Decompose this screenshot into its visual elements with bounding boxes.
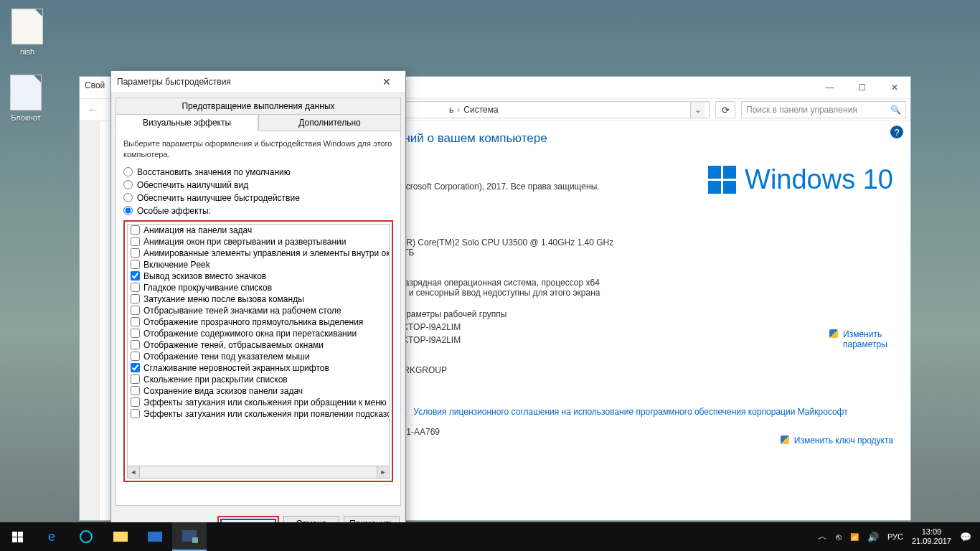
start-button[interactable]	[0, 522, 34, 551]
effect-label: Скольжение при раскрытии списков	[143, 375, 288, 385]
desktop-icon-notepad[interactable]: Блокнот	[10, 75, 42, 122]
radio-option-1[interactable]: Обеспечить наилучший вид	[123, 180, 393, 190]
windows-flag-icon	[708, 166, 736, 194]
effect-checkbox[interactable]	[131, 317, 140, 326]
nav-back-button[interactable]: ←	[84, 100, 103, 119]
taskbar-app-1[interactable]	[69, 522, 103, 551]
search-placeholder: Поиск в панели управления	[746, 105, 857, 115]
taskbar-edge[interactable]: e	[34, 522, 69, 551]
taskbar-app-2[interactable]	[138, 522, 172, 551]
effect-checkbox[interactable]	[131, 306, 140, 315]
taskbar-system-properties[interactable]	[172, 522, 207, 551]
effects-highlight-box: Анимация на панели задачАнимация окон пр…	[123, 220, 393, 482]
effect-row-12[interactable]: Сглаживание неровностей экранных шрифтов	[128, 362, 389, 374]
tab-advanced[interactable]: Дополнительно	[258, 114, 401, 131]
effect-row-1[interactable]: Анимация окон при свертывании и разверты…	[128, 236, 389, 248]
arch-value: -разрядная операционная система, процесс…	[397, 278, 893, 288]
tray-network-icon[interactable]: 📶	[850, 533, 859, 541]
ram-value: 0 ГБ	[397, 248, 893, 258]
license-terms-link[interactable]: Условия лицензионного соглашения на испо…	[413, 407, 847, 417]
radio-option-3[interactable]: Особые эффекты:	[123, 206, 393, 216]
effect-row-13[interactable]: Скольжение при раскрытии списков	[128, 374, 389, 385]
effect-label: Сохранение вида эскизов панели задач	[143, 386, 303, 396]
effect-row-14[interactable]: Сохранение вида эскизов панели задач	[128, 385, 389, 397]
effect-checkbox[interactable]	[131, 386, 140, 395]
windows-logo: Windows 10	[708, 164, 893, 195]
effect-checkbox[interactable]	[131, 375, 140, 384]
radio-label: Особые эффекты:	[137, 206, 211, 216]
effect-label: Отображение прозрачного прямоугольника в…	[143, 317, 363, 327]
effect-checkbox[interactable]	[131, 363, 140, 372]
breadcrumb-part[interactable]: ь	[449, 105, 453, 115]
breadcrumb-system[interactable]: Система	[463, 105, 498, 115]
effect-checkbox[interactable]	[131, 294, 140, 303]
effect-checkbox[interactable]	[131, 352, 140, 361]
effect-row-7[interactable]: Отбрасывание теней значками на рабочем с…	[128, 305, 389, 316]
help-icon[interactable]: ?	[890, 126, 903, 138]
workgroup-value: ORKGROUP	[397, 365, 893, 375]
maximize-button[interactable]: ☐	[846, 77, 878, 98]
scroll-right-button[interactable]: ►	[377, 466, 389, 478]
effect-row-11[interactable]: Отображение тени под указателем мыши	[128, 351, 389, 362]
effects-list[interactable]: Анимация на панели задачАнимация окон пр…	[127, 224, 390, 466]
tray-volume-icon[interactable]: 🔊	[867, 532, 879, 542]
change-settings-link[interactable]: Изменить параметры	[829, 329, 893, 349]
horizontal-scrollbar[interactable]: ◄ ►	[127, 466, 390, 479]
action-center-icon[interactable]: 💬	[960, 532, 971, 542]
radio-option-0[interactable]: Восстановить значения по умолчанию	[123, 167, 393, 177]
effect-row-8[interactable]: Отображение прозрачного прямоугольника в…	[128, 316, 389, 328]
refresh-button[interactable]: ⟳	[715, 101, 735, 118]
effect-row-9[interactable]: Отображение содержимого окна при перетас…	[128, 328, 389, 339]
effect-label: Эффекты затухания или скольжения при обр…	[143, 397, 387, 408]
tray-power-icon[interactable]: ⎋	[836, 532, 842, 542]
tab-visual-effects[interactable]: Визуальные эффекты	[116, 114, 258, 131]
effect-checkbox[interactable]	[131, 225, 140, 235]
touch-value: ро и сенсорный ввод недоступны для этого…	[397, 288, 893, 298]
desktop-icon-nish[interactable]: nish	[11, 9, 43, 56]
tab-dep[interactable]: Предотвращение выполнения данных	[116, 98, 401, 114]
tray-chevron-up-icon[interactable]: ︿	[818, 530, 827, 543]
effect-row-3[interactable]: Включение Peek	[128, 259, 389, 270]
change-product-key-link[interactable]: Изменить ключ продукта	[781, 435, 893, 446]
taskbar-clock[interactable]: 13:09 21.09.2017	[912, 527, 951, 545]
radio-input[interactable]	[123, 193, 133, 202]
performance-options-dialog: Параметры быстродействия ✕ Предотвращени…	[110, 70, 406, 544]
effect-label: Включение Peek	[143, 260, 210, 270]
radio-input[interactable]	[123, 206, 133, 215]
radio-input[interactable]	[123, 167, 133, 176]
dialog-titlebar[interactable]: Параметры быстродействия ✕	[111, 71, 405, 93]
effect-checkbox[interactable]	[131, 237, 140, 246]
scroll-left-button[interactable]: ◄	[128, 466, 140, 478]
effect-checkbox[interactable]	[131, 271, 140, 281]
effect-checkbox[interactable]	[131, 397, 140, 407]
effect-row-4[interactable]: Вывод эскизов вместо значков	[128, 270, 389, 282]
search-input[interactable]: Поиск в панели управления 🔍	[741, 101, 906, 118]
effect-row-6[interactable]: Затухание меню после вызова команды	[128, 293, 389, 305]
effect-checkbox[interactable]	[131, 340, 140, 349]
effect-row-15[interactable]: Эффекты затухания или скольжения при обр…	[128, 397, 389, 408]
effect-checkbox[interactable]	[131, 248, 140, 258]
minimize-button[interactable]: —	[814, 77, 846, 98]
effect-row-2[interactable]: Анимированные элементы управления и элем…	[128, 248, 389, 259]
effect-checkbox[interactable]	[131, 283, 140, 292]
sidebar	[80, 121, 100, 520]
system-tray: ︿ ⎋ 📶 🔊 РУС 13:09 21.09.2017 💬	[809, 527, 980, 545]
taskbar-file-explorer[interactable]	[103, 522, 138, 551]
radio-input[interactable]	[123, 180, 133, 189]
address-dropdown[interactable]: ⌄	[690, 102, 705, 118]
effect-checkbox[interactable]	[131, 329, 140, 338]
tray-language[interactable]: РУС	[887, 532, 903, 541]
close-button[interactable]: ✕	[878, 77, 910, 98]
effect-row-5[interactable]: Гладкое прокручивание списков	[128, 282, 389, 293]
effect-row-10[interactable]: Отображение теней, отбрасываемых окнами	[128, 339, 389, 351]
workgroup-heading: параметры рабочей группы	[397, 309, 893, 319]
effect-row-16[interactable]: Эффекты затухания или скольжения при поя…	[128, 408, 389, 420]
effect-checkbox[interactable]	[131, 260, 140, 269]
icon-label: Блокнот	[10, 113, 42, 122]
effect-row-0[interactable]: Анимация на панели задач	[128, 225, 389, 236]
close-button[interactable]: ✕	[374, 73, 400, 90]
taskbar[interactable]: e ︿ ⎋ 📶 🔊 РУС 13:09 21.09.2017 💬	[0, 522, 980, 551]
radio-option-2[interactable]: Обеспечить наилучшее быстродействие	[123, 193, 393, 203]
effect-checkbox[interactable]	[131, 409, 140, 418]
effect-label: Отбрасывание теней значками на рабочем с…	[143, 306, 341, 316]
